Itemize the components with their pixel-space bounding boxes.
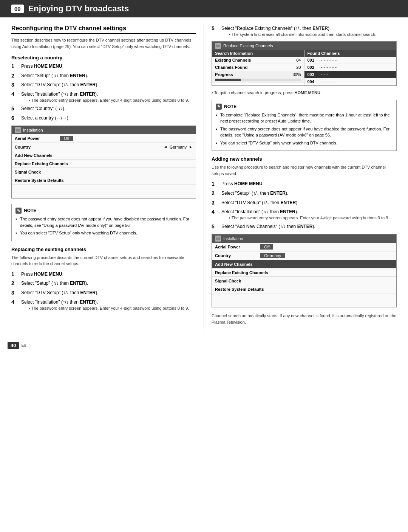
step-r2: 2 Select "Setup" (↑/↓ then ENTER). — [11, 280, 196, 287]
aerial-power-row-2: Aerial Power Off — [212, 243, 396, 251]
channel-dots-002: ············ — [320, 65, 338, 70]
step-content-replace-5: Select "Replace Existing Channels" (↑/↓ … — [221, 25, 397, 37]
note-bullet-2-1: To complete "Replace Existing Channels",… — [216, 112, 393, 124]
step-a3: 3 Select "DTV Setup" (↑/↓ then ENTER). — [212, 199, 397, 207]
channel-001: 001 ············ — [304, 57, 397, 64]
step-2: 2 Select "Setup" (↑/↓ then ENTER). — [11, 72, 196, 80]
note-box-1: ✎ NOTE The password entry screen does no… — [11, 204, 196, 241]
step-replace-5-bullet: The system first erases all channel info… — [229, 32, 397, 37]
main-section-title: Reconfiguring the DTV channel settings — [11, 25, 196, 34]
found-channels-col: Found Channels 001 ············ 002 ····… — [304, 50, 397, 85]
step-num-replace-5: 5 — [212, 25, 219, 33]
intro-text: This section describes how to reconfigur… — [11, 37, 196, 50]
installation-screen-2-title: Installation — [223, 236, 243, 241]
step-content-6: Select a country (←/→). — [21, 115, 196, 121]
installation-screen-2-header: Installation — [212, 234, 396, 243]
replace-existing-label: Replace Existing Channels — [15, 161, 68, 166]
search-info-col: Search Information Existing Channels 04 … — [212, 50, 304, 85]
installation-screen-header: Installation — [12, 126, 196, 134]
note-label-2: NOTE — [224, 103, 236, 110]
chapter-header: 09 Enjoying DTV broadcasts — [0, 0, 408, 17]
step-content-a5: Select "Add New Channels" (↑/↓ then ENTE… — [221, 223, 397, 230]
channel-search-bullet: Channel search automatically starts. If … — [212, 313, 397, 325]
step-4: 4 Select "Installation" (↑/↓ then ENTER)… — [11, 91, 196, 103]
empty-row-3 — [212, 293, 396, 300]
note-bullet-1-1: The password entry screen does not appea… — [15, 216, 192, 228]
step-num-r3: 3 — [11, 289, 19, 297]
step-num-3: 3 — [11, 81, 19, 89]
subsection2-title: Replacing the existing channels — [11, 247, 196, 252]
chapter-title: Enjoying DTV broadcasts — [28, 4, 129, 14]
step-num-r4: 4 — [11, 299, 19, 306]
country-row-2: Country Germany — [212, 251, 396, 260]
step-replace-5: 5 Select "Replace Existing Channels" (↑/… — [212, 25, 397, 37]
right-arrow-icon: ► — [189, 145, 193, 149]
progress-percent: 30% — [292, 72, 301, 78]
step-content-r2: Select "Setup" (↑/↓ then ENTER). — [21, 280, 196, 287]
content-area: Reconfiguring the DTV channel settings T… — [0, 25, 408, 329]
step-3: 3 Select "DTV Setup" (↑/↓ then ENTER). — [11, 81, 196, 89]
empty-row-1 — [12, 185, 196, 191]
subsection2-intro: The following procedure discards the cur… — [11, 254, 196, 267]
step-content-a4: Select "Installation" (↑/↓ then ENTER). … — [221, 208, 397, 221]
step-5: 5 Select "Country" (↑/↓). — [11, 105, 196, 113]
page-footer: 40 En — [0, 340, 408, 351]
installation-icon — [15, 127, 21, 133]
note-header-1: ✎ NOTE — [15, 207, 192, 214]
subsection1-title: Reselecting a country — [11, 55, 196, 60]
step-num-r1: 1 — [11, 271, 19, 278]
step-content-r1: Press HOME MENU. — [21, 271, 196, 278]
progress-label: Progress — [215, 72, 233, 77]
quit-bullet: • To quit a channel search in progress, … — [212, 90, 397, 96]
add-new-channels-label: Add New Channels — [15, 153, 60, 158]
page-number: 40 — [8, 342, 19, 349]
progress-bar — [215, 79, 301, 81]
channel-dots-004: ············ — [320, 79, 338, 84]
signal-check-row: Signal Check — [12, 168, 196, 176]
footer-language: En — [21, 343, 26, 347]
installation-screen-1: Installation Aerial Power Off Country ◄ … — [11, 126, 196, 199]
step-content-1: Press HOME MENU. — [21, 63, 196, 70]
channels-found-row: Channels Found 20 — [212, 64, 304, 71]
existing-channels-row: Existing Channels 04 — [212, 57, 304, 64]
subsection3-intro: Use the following procedure to search an… — [212, 164, 397, 177]
empty-row-4 — [212, 300, 396, 307]
right-column: 5 Select "Replace Existing Channels" (↑/… — [204, 25, 397, 329]
country-label-2: Country — [215, 253, 260, 258]
note-bullet-2-3: You can select "DTV Setup" only when wat… — [216, 140, 393, 146]
step-a4-bullet: The password entry screen appears. Enter… — [229, 215, 397, 221]
restore-defaults-row-2: Restore System Defaults — [212, 285, 396, 293]
step-content-3: Select "DTV Setup" (↑/↓ then ENTER). — [21, 81, 196, 88]
replace-existing-label-2: Replace Existing Channels — [215, 270, 268, 275]
replace-screen-header: Replace Existing Channels — [212, 42, 396, 50]
step-num-a3: 3 — [212, 199, 219, 207]
country-label: Country — [15, 145, 60, 149]
step-content-4: Select "Installation" (↑/↓ then ENTER). … — [21, 91, 196, 103]
step-num-a1: 1 — [212, 180, 219, 188]
channel-num-002: 002 — [308, 65, 318, 70]
step-r4: 4 Select "Installation" (↑/↓ then ENTER)… — [11, 299, 196, 311]
replace-screen-title: Replace Existing Channels — [223, 43, 273, 48]
note-box-2: ✎ NOTE To complete "Replace Existing Cha… — [212, 100, 397, 151]
page-wrapper: 09 Enjoying DTV broadcasts Reconfiguring… — [0, 0, 408, 532]
step-6: 6 Select a country (←/→). — [11, 115, 196, 122]
channel-num-003: 003 — [308, 72, 318, 77]
replace-existing-row: Replace Existing Channels — [12, 160, 196, 168]
aerial-power-label-2: Aerial Power — [215, 245, 260, 249]
step-num-a2: 2 — [212, 190, 219, 197]
channel-002: 002 ············ — [304, 64, 397, 71]
add-new-channels-row: Add New Channels — [12, 151, 196, 160]
country-value-2: Germany — [260, 253, 285, 258]
replace-existing-row-2: Replace Existing Channels — [212, 268, 396, 277]
chapter-number: 09 — [11, 5, 24, 13]
left-arrow-icon: ◄ — [164, 145, 167, 149]
step-content-a1: Press HOME MENU. — [221, 180, 397, 187]
note-icon-2: ✎ — [216, 104, 222, 110]
restore-defaults-row: Restore System Defaults — [12, 176, 196, 185]
existing-channels-label: Existing Channels — [215, 58, 296, 62]
step-num-4: 4 — [11, 91, 19, 98]
step-a4: 4 Select "Installation" (↑/↓ then ENTER)… — [212, 208, 397, 221]
step-content-r4: Select "Installation" (↑/↓ then ENTER). … — [21, 299, 196, 311]
step-1: 1 Press HOME MENU. — [11, 63, 196, 70]
step-r4-bullet: The password entry screen appears. Enter… — [29, 306, 196, 311]
